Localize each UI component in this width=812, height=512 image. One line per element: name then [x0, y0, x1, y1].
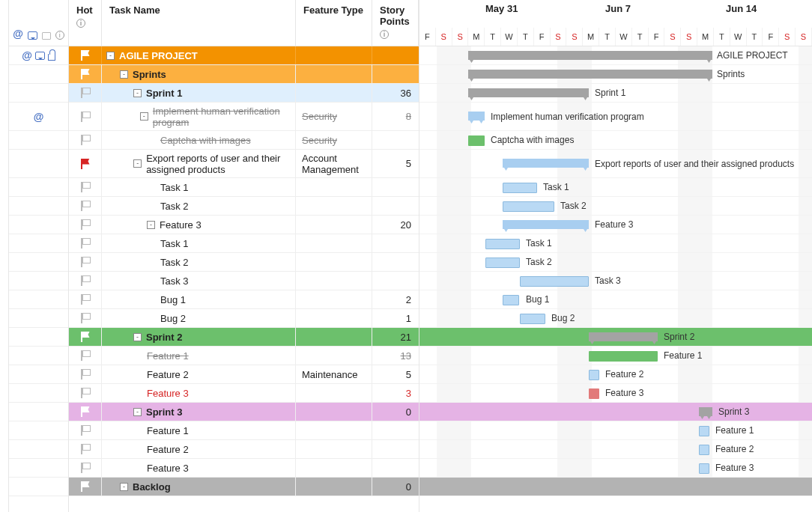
toggle-button[interactable]: - — [147, 221, 155, 229]
gantt-row[interactable] — [419, 234, 812, 253]
task-bar[interactable] — [589, 351, 658, 362]
gantt-row[interactable] — [419, 197, 812, 216]
task-bar[interactable] — [485, 239, 520, 249]
flag-icon[interactable] — [81, 406, 90, 417]
table-row[interactable]: -Implement human verification programSec… — [69, 103, 419, 131]
col-feature[interactable]: Feature Type — [303, 4, 366, 16]
summary-bar[interactable] — [468, 88, 589, 97]
task-bar[interactable] — [589, 370, 599, 380]
table-row[interactable]: -Backlog0 — [69, 478, 419, 496]
gantt-row[interactable] — [419, 290, 812, 309]
summary-bar[interactable] — [468, 112, 485, 121]
toggle-button[interactable]: - — [133, 408, 142, 416]
task-bar[interactable] — [468, 135, 485, 146]
summary-bar[interactable] — [503, 220, 589, 229]
flag-icon[interactable] — [81, 313, 90, 323]
col-task[interactable]: Task Name — [109, 4, 289, 16]
task-bar[interactable] — [485, 257, 520, 268]
flag-icon[interactable] — [81, 69, 90, 79]
flag-icon[interactable] — [81, 182, 90, 192]
col-sp[interactable]: Story Points — [380, 4, 412, 27]
flag-icon[interactable] — [81, 88, 90, 98]
gantt-row[interactable] — [419, 309, 812, 328]
table-row[interactable]: -AGILE PROJECT — [69, 46, 419, 65]
flag-icon[interactable] — [81, 444, 90, 454]
flag-icon[interactable] — [81, 201, 90, 211]
comment-icon[interactable] — [28, 31, 37, 40]
flag-icon[interactable] — [81, 112, 90, 122]
table-row[interactable]: Captcha with imagesSecurity — [69, 131, 419, 150]
toggle-button[interactable]: - — [133, 89, 142, 97]
task-bar[interactable] — [520, 276, 589, 287]
toggle-button[interactable]: - — [133, 333, 142, 341]
archive-icon[interactable] — [42, 32, 51, 40]
table-row[interactable]: Feature 1 — [69, 421, 419, 440]
table-row[interactable]: -Feature 320 — [69, 216, 419, 234]
lock-icon[interactable] — [48, 54, 55, 61]
table-row[interactable]: Feature 113 — [69, 347, 419, 365]
table-row[interactable]: -Sprints — [69, 65, 419, 84]
flag-icon[interactable] — [81, 463, 90, 473]
table-row[interactable]: Task 2 — [69, 253, 419, 272]
table-row[interactable]: Task 3 — [69, 272, 419, 290]
col-hot[interactable]: Hot — [76, 4, 95, 16]
flag-icon[interactable] — [81, 481, 90, 492]
toggle-button[interactable]: - — [106, 52, 115, 60]
table-row[interactable]: Feature 2 — [69, 440, 419, 459]
flag-icon[interactable] — [81, 159, 90, 169]
table-row[interactable]: Task 2 — [69, 197, 419, 216]
flag-icon[interactable] — [81, 135, 90, 145]
task-bar[interactable] — [699, 463, 709, 474]
flag-icon[interactable] — [81, 219, 90, 230]
toggle-button[interactable]: - — [133, 159, 142, 168]
task-bar[interactable] — [520, 314, 545, 324]
flag-icon[interactable] — [81, 257, 90, 267]
summary-bar[interactable] — [503, 159, 589, 168]
info-icon[interactable]: i — [55, 31, 64, 40]
gantt-chart[interactable]: May 31Jun 7Jun 14 FSSMTWTFSSMTWTFSSMTWTF… — [419, 0, 812, 512]
flag-icon[interactable] — [81, 275, 90, 286]
gantt-row[interactable] — [419, 403, 812, 421]
summary-bar[interactable] — [699, 407, 712, 416]
comment-icon[interactable] — [35, 52, 45, 60]
info-icon[interactable]: i — [380, 30, 389, 39]
table-row[interactable]: -Export reports of user and their assign… — [69, 150, 419, 178]
table-row[interactable]: -Sprint 221 — [69, 328, 419, 347]
table-row[interactable]: Bug 12 — [69, 290, 419, 309]
toggle-button[interactable]: - — [120, 70, 128, 79]
flag-icon[interactable] — [81, 294, 90, 305]
task-bar[interactable] — [503, 183, 537, 193]
flag-icon[interactable] — [81, 332, 90, 342]
flag-icon[interactable] — [81, 350, 90, 361]
gantt-row[interactable] — [419, 478, 812, 496]
toggle-button[interactable]: - — [140, 112, 148, 121]
table-row[interactable]: Task 1 — [69, 178, 419, 197]
toggle-button[interactable]: - — [120, 483, 128, 491]
table-row[interactable]: -Sprint 30 — [69, 403, 419, 421]
table-row[interactable]: Feature 33 — [69, 384, 419, 403]
flag-icon[interactable] — [81, 425, 90, 436]
task-bar[interactable] — [699, 426, 709, 436]
task-bar[interactable] — [503, 201, 554, 212]
table-row[interactable]: Task 1 — [69, 234, 419, 253]
table-row[interactable]: -Sprint 136 — [69, 84, 419, 103]
gantt-row[interactable] — [419, 178, 812, 197]
flag-icon[interactable] — [81, 50, 90, 61]
flag-icon[interactable] — [81, 369, 90, 380]
info-icon[interactable]: i — [76, 19, 85, 28]
table-row[interactable]: Feature 2Maintenance5 — [69, 365, 419, 384]
mention-icon[interactable]: @ — [34, 111, 44, 123]
summary-bar[interactable] — [468, 51, 712, 60]
gantt-row[interactable] — [419, 253, 812, 272]
flag-icon[interactable] — [81, 238, 90, 249]
summary-bar[interactable] — [468, 70, 712, 79]
task-bar[interactable] — [699, 445, 709, 455]
summary-bar[interactable] — [589, 332, 658, 341]
task-bar[interactable] — [503, 295, 519, 305]
mention-icon[interactable]: @ — [22, 49, 32, 61]
task-bar[interactable] — [589, 388, 599, 399]
table-row[interactable]: Bug 21 — [69, 309, 419, 328]
table-row[interactable]: Feature 3 — [69, 459, 419, 478]
flag-icon[interactable] — [81, 388, 90, 398]
mention-icon[interactable]: @ — [13, 28, 23, 40]
